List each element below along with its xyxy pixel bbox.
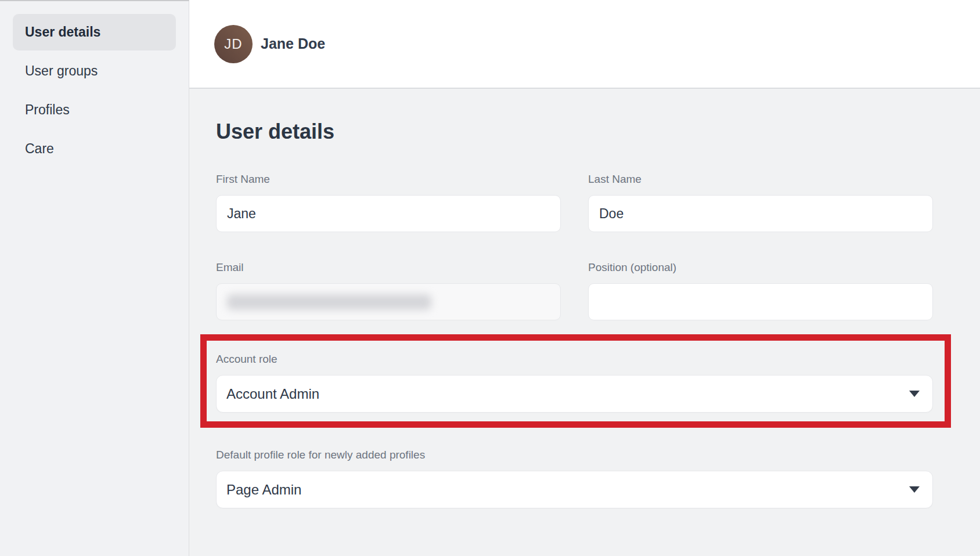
user-header: JD Jane Doe <box>189 0 980 89</box>
account-role-select[interactable]: Account Admin <box>216 375 933 413</box>
last-name-input[interactable] <box>588 195 933 232</box>
sidebar: User details User groups Profiles Care <box>0 0 189 556</box>
email-position-row: Email Position (optional) <box>216 261 980 320</box>
account-role-value: Account Admin <box>226 386 319 402</box>
email-field-group: Email <box>216 261 561 320</box>
avatar-initials: JD <box>224 36 242 52</box>
position-label: Position (optional) <box>588 261 933 274</box>
sidebar-item-user-groups[interactable]: User groups <box>13 53 176 89</box>
name-row: First Name Last Name <box>216 173 980 232</box>
user-name: Jane Doe <box>261 35 325 52</box>
position-field-group: Position (optional) <box>588 261 933 320</box>
email-label: Email <box>216 261 561 274</box>
page-title: User details <box>216 119 980 144</box>
first-name-label: First Name <box>216 173 561 186</box>
sidebar-item-care[interactable]: Care <box>13 131 176 167</box>
user-settings-page: User details User groups Profiles Care J… <box>0 0 980 556</box>
default-profile-role-field-group: Default profile role for newly added pro… <box>216 449 980 508</box>
email-field <box>216 283 561 320</box>
avatar: JD <box>214 25 253 63</box>
sidebar-item-user-details[interactable]: User details <box>13 14 176 50</box>
caret-down-icon <box>909 391 920 397</box>
last-name-label: Last Name <box>588 173 933 186</box>
last-name-field-group: Last Name <box>588 173 933 232</box>
default-profile-role-label: Default profile role for newly added pro… <box>216 449 980 461</box>
redacted-email-value <box>227 294 431 310</box>
default-profile-role-value: Page Admin <box>226 482 301 498</box>
user-details-form: User details First Name Last Name Email <box>189 89 980 556</box>
account-role-label: Account role <box>216 353 933 366</box>
position-input[interactable] <box>588 283 933 320</box>
caret-down-icon <box>909 486 920 493</box>
account-role-highlight: Account role Account Admin <box>200 334 951 428</box>
default-profile-role-select[interactable]: Page Admin <box>216 471 933 508</box>
sidebar-item-profiles[interactable]: Profiles <box>13 92 176 128</box>
first-name-input[interactable] <box>216 195 561 232</box>
main-column: JD Jane Doe User details First Name Last… <box>189 0 980 556</box>
first-name-field-group: First Name <box>216 173 561 232</box>
